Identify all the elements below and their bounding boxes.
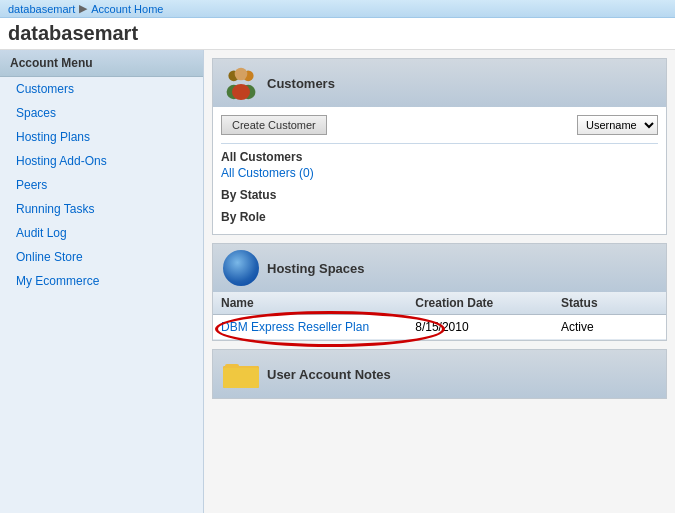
divider <box>221 143 658 144</box>
notes-panel: User Account Notes <box>212 349 667 399</box>
create-customer-button[interactable]: Create Customer <box>221 115 327 135</box>
sidebar-link-customers[interactable]: Customers <box>0 77 203 101</box>
globe-icon <box>223 250 259 286</box>
notes-panel-title: User Account Notes <box>267 367 391 382</box>
customers-panel-title: Customers <box>267 76 335 91</box>
folder-svg <box>223 358 259 390</box>
sidebar-item-running-tasks[interactable]: Running Tasks <box>0 197 203 221</box>
hosting-icon <box>223 250 259 286</box>
sidebar-link-hosting-plans[interactable]: Hosting Plans <box>0 125 203 149</box>
hosting-panel: Hosting Spaces Name Creation Date Status… <box>212 243 667 341</box>
svg-rect-9 <box>223 368 259 388</box>
sidebar-link-my-ecommerce[interactable]: My Ecommerce <box>0 269 203 293</box>
sidebar-link-spaces[interactable]: Spaces <box>0 101 203 125</box>
by-role-label: By Role <box>221 210 658 224</box>
col-creation-date: Creation Date <box>415 296 561 310</box>
breadcrumb-site-link[interactable]: databasemart <box>8 3 75 15</box>
sidebar-link-audit-log[interactable]: Audit Log <box>0 221 203 245</box>
customers-panel-body: Create Customer Username All Customers A… <box>213 107 666 234</box>
col-name: Name <box>221 296 415 310</box>
row-name: DBM Express Reseller Plan <box>221 320 415 334</box>
main-content: Customers Create Customer Username All C… <box>204 50 675 513</box>
row-creation-date: 8/15/2010 <box>415 320 561 334</box>
sidebar-menu: Customers Spaces Hosting Plans Hosting A… <box>0 77 203 293</box>
all-customers-label: All Customers <box>221 150 658 164</box>
sidebar: Account Menu Customers Spaces Hosting Pl… <box>0 50 204 513</box>
hosting-table-row: DBM Express Reseller Plan 8/15/2010 Acti… <box>213 315 666 340</box>
sidebar-link-hosting-addons[interactable]: Hosting Add-Ons <box>0 149 203 173</box>
sidebar-item-hosting-plans[interactable]: Hosting Plans <box>0 125 203 149</box>
sidebar-link-running-tasks[interactable]: Running Tasks <box>0 197 203 221</box>
breadcrumb: databasemart ▶ Account Home <box>0 0 675 18</box>
hosting-panel-header: Hosting Spaces <box>213 244 666 292</box>
hosting-table-header: Name Creation Date Status <box>213 292 666 315</box>
sidebar-item-hosting-addons[interactable]: Hosting Add-Ons <box>0 149 203 173</box>
sidebar-item-my-ecommerce[interactable]: My Ecommerce <box>0 269 203 293</box>
sidebar-item-customers[interactable]: Customers <box>0 77 203 101</box>
customers-icon <box>223 65 259 101</box>
main-layout: Account Menu Customers Spaces Hosting Pl… <box>0 50 675 513</box>
svg-point-4 <box>235 68 248 81</box>
customers-panel: Customers Create Customer Username All C… <box>212 58 667 235</box>
customers-toolbar: Create Customer Username <box>221 115 658 135</box>
sidebar-link-online-store[interactable]: Online Store <box>0 245 203 269</box>
sidebar-header: Account Menu <box>0 50 203 77</box>
breadcrumb-arrow: ▶ <box>79 2 87 15</box>
all-customers-link[interactable]: All Customers (0) <box>221 166 314 180</box>
row-status: Active <box>561 320 658 334</box>
search-select[interactable]: Username <box>577 115 658 135</box>
hosting-panel-title: Hosting Spaces <box>267 261 365 276</box>
people-svg <box>223 65 259 101</box>
site-title: databasemart <box>0 18 675 50</box>
customers-panel-header: Customers <box>213 59 666 107</box>
col-status: Status <box>561 296 658 310</box>
search-bar: Username <box>577 115 658 135</box>
sidebar-item-online-store[interactable]: Online Store <box>0 245 203 269</box>
hosting-panel-body: Name Creation Date Status DBM Express Re… <box>213 292 666 340</box>
sidebar-item-peers[interactable]: Peers <box>0 173 203 197</box>
notes-icon <box>223 356 259 392</box>
notes-panel-header: User Account Notes <box>213 350 666 398</box>
breadcrumb-current-link[interactable]: Account Home <box>91 3 163 15</box>
sidebar-item-spaces[interactable]: Spaces <box>0 101 203 125</box>
sidebar-link-peers[interactable]: Peers <box>0 173 203 197</box>
by-status-label: By Status <box>221 188 658 202</box>
svg-point-5 <box>232 84 250 100</box>
sidebar-item-audit-log[interactable]: Audit Log <box>0 221 203 245</box>
dbm-plan-link[interactable]: DBM Express Reseller Plan <box>221 320 369 334</box>
